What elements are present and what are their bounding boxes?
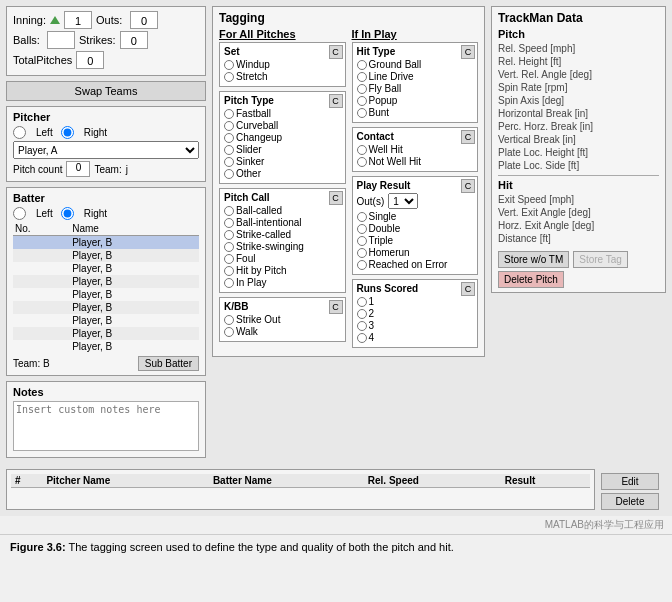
col-hash: # — [11, 474, 42, 488]
batter-row[interactable]: Player, B — [13, 262, 199, 275]
kbb-walk-label: Walk — [236, 326, 258, 337]
pt-fastball-label: Fastball — [236, 108, 271, 119]
batter-name: Player, B — [70, 275, 199, 288]
strikes-value: 0 — [120, 31, 148, 49]
pc-hbp-radio[interactable] — [224, 266, 234, 276]
col-batter: Batter Name — [209, 474, 364, 488]
runs-4-radio[interactable] — [357, 333, 367, 343]
swap-teams-button[interactable]: Swap Teams — [6, 81, 206, 101]
ht-fly-radio[interactable] — [357, 84, 367, 94]
batter-row[interactable]: Player, B — [13, 301, 199, 314]
track-horiz-break: Horizontal Break [in] — [498, 107, 659, 120]
arrow-up-icon[interactable] — [50, 16, 60, 24]
batter-right-radio[interactable] — [61, 207, 74, 220]
play-result-c-button[interactable]: C — [461, 179, 475, 193]
outs-value: 0 — [130, 11, 158, 29]
outs-label2: Out(s) — [357, 196, 385, 207]
notes-input[interactable] — [13, 401, 199, 451]
delete-button[interactable]: Delete — [601, 493, 659, 510]
pc-in-play-radio[interactable] — [224, 278, 234, 288]
trackman-title: TrackMan Data — [498, 11, 659, 25]
edit-button[interactable]: Edit — [601, 473, 659, 490]
batter-no — [13, 314, 70, 327]
ht-bunt-radio[interactable] — [357, 108, 367, 118]
trackman-hit-section: Hit — [498, 179, 659, 191]
ht-popup-radio[interactable] — [357, 96, 367, 106]
kbb-strikeout-radio[interactable] — [224, 315, 234, 325]
batter-no — [13, 340, 70, 353]
pt-curveball-radio[interactable] — [224, 121, 234, 131]
pc-ball-called-radio[interactable] — [224, 206, 234, 216]
pr-triple-radio[interactable] — [357, 236, 367, 246]
ht-line-radio[interactable] — [357, 72, 367, 82]
batter-left-label: Left — [36, 208, 53, 219]
batter-no — [13, 301, 70, 314]
delete-pitch-button[interactable]: Delete Pitch — [498, 271, 564, 288]
kbb-c-button[interactable]: C — [329, 300, 343, 314]
batter-row[interactable]: Player, B — [13, 236, 199, 250]
sub-batter-button[interactable]: Sub Batter — [138, 356, 199, 371]
play-result-title: Play Result — [357, 180, 474, 191]
track-perc-break: Perc. Horz. Break [in] — [498, 120, 659, 133]
batter-team-label: Team: B — [13, 358, 50, 369]
hit-type-c-button[interactable]: C — [461, 45, 475, 59]
pc-foul-label: Foul — [236, 253, 255, 264]
runs-2-radio[interactable] — [357, 309, 367, 319]
pt-changeup-radio[interactable] — [224, 133, 234, 143]
runs-scored-c-button[interactable]: C — [461, 282, 475, 296]
contact-not-radio[interactable] — [357, 157, 367, 167]
contact-well-radio[interactable] — [357, 145, 367, 155]
pc-strike-swing-label: Strike-swinging — [236, 241, 304, 252]
pr-double-radio[interactable] — [357, 224, 367, 234]
kbb-walk-radio[interactable] — [224, 327, 234, 337]
batter-row[interactable]: Player, B — [13, 288, 199, 301]
pitch-type-c-button[interactable]: C — [329, 94, 343, 108]
pitcher-dropdown[interactable]: Player, A — [13, 141, 199, 159]
pitcher-right-radio[interactable] — [61, 126, 74, 139]
pitcher-team-label: Team: — [94, 164, 121, 175]
pc-strike-swing-radio[interactable] — [224, 242, 234, 252]
pt-other-radio[interactable] — [224, 169, 234, 179]
ht-fly-label: Fly Ball — [369, 83, 402, 94]
batter-row[interactable]: Player, B — [13, 340, 199, 353]
outs-select[interactable]: 1 — [388, 193, 418, 209]
batter-row[interactable]: Player, B — [13, 249, 199, 262]
pr-single-radio[interactable] — [357, 212, 367, 222]
batter-row[interactable]: Player, B — [13, 314, 199, 327]
set-stretch-radio[interactable] — [224, 72, 234, 82]
pitch-call-c-button[interactable]: C — [329, 191, 343, 205]
total-pitches-label: TotalPitches — [13, 54, 72, 66]
pt-fastball-radio[interactable] — [224, 109, 234, 119]
batter-no — [13, 262, 70, 275]
pt-slider-radio[interactable] — [224, 145, 234, 155]
set-windup-radio[interactable] — [224, 60, 234, 70]
pt-sinker-radio[interactable] — [224, 157, 234, 167]
store-tag-button[interactable]: Store Tag — [573, 251, 628, 268]
batter-table: No. Name Player, BPlayer, BPlayer, BPlay… — [13, 222, 199, 353]
batter-left-radio[interactable] — [13, 207, 26, 220]
batter-name-col: Name — [70, 222, 199, 236]
batter-row[interactable]: Player, B — [13, 275, 199, 288]
pitcher-left-radio[interactable] — [13, 126, 26, 139]
pc-strike-called-label: Strike-called — [236, 229, 291, 240]
batter-row[interactable]: Player, B — [13, 327, 199, 340]
kbb-strikeout-label: Strike Out — [236, 314, 280, 325]
pc-foul-radio[interactable] — [224, 254, 234, 264]
matlab-watermark: MATLAB的科学与工程应用 — [0, 516, 672, 534]
strikes-label: Strikes: — [79, 34, 116, 46]
ht-ground-radio[interactable] — [357, 60, 367, 70]
pc-ball-intent-radio[interactable] — [224, 218, 234, 228]
pr-homerun-radio[interactable] — [357, 248, 367, 258]
runs-4-label: 4 — [369, 332, 375, 343]
track-vert-exit: Vert. Exit Angle [deg] — [498, 206, 659, 219]
set-c-button[interactable]: C — [329, 45, 343, 59]
pr-error-radio[interactable] — [357, 260, 367, 270]
batter-no — [13, 288, 70, 301]
store-wo-tm-button[interactable]: Store w/o TM — [498, 251, 569, 268]
pc-strike-called-radio[interactable] — [224, 230, 234, 240]
set-stretch-label: Stretch — [236, 71, 268, 82]
batter-name: Player, B — [70, 249, 199, 262]
runs-1-radio[interactable] — [357, 297, 367, 307]
contact-c-button[interactable]: C — [461, 130, 475, 144]
runs-3-radio[interactable] — [357, 321, 367, 331]
